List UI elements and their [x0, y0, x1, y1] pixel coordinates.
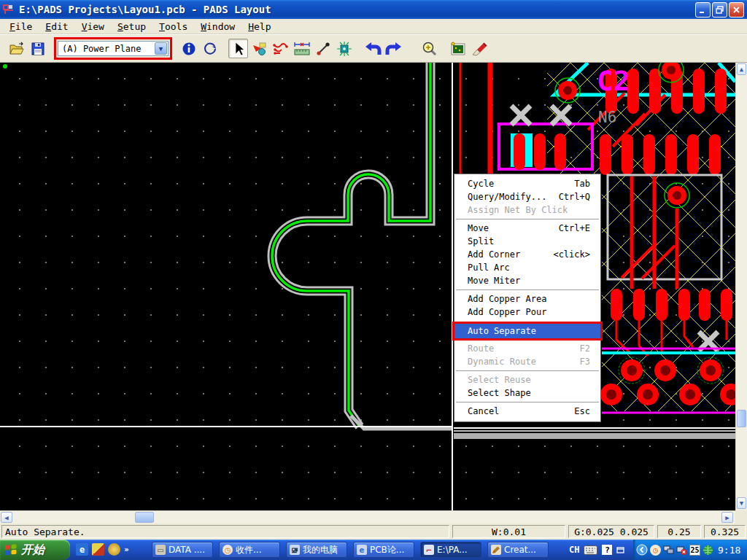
- menu-item-add-corner[interactable]: Add Corner <click>: [454, 248, 600, 261]
- jumper-icon: [316, 42, 330, 56]
- menu-view[interactable]: View: [75, 20, 111, 34]
- tray-clock-icon[interactable]: ◷: [650, 545, 661, 556]
- vertical-scrollbar[interactable]: ▲ ▼: [735, 63, 747, 510]
- menu-item-add-copper-pour[interactable]: Add Copper Pour: [454, 306, 600, 319]
- open-button[interactable]: [7, 39, 26, 58]
- layer-selector[interactable]: (A) Power Plane ▼: [58, 41, 169, 56]
- media-app-icon[interactable]: [92, 543, 104, 556]
- restore-button[interactable]: [712, 2, 727, 18]
- routing-icon: [273, 42, 289, 56]
- language-indicator[interactable]: CH: [569, 545, 579, 555]
- dimensioning-toolbar-button[interactable]: [292, 39, 311, 58]
- menu-help[interactable]: Help: [241, 20, 277, 34]
- info-button[interactable]: [179, 39, 198, 58]
- menu-item-pull-arc[interactable]: Pull Arc: [454, 261, 600, 274]
- start-button[interactable]: 开始: [0, 540, 70, 560]
- undo-button[interactable]: [363, 39, 382, 58]
- menu-setup[interactable]: Setup: [111, 20, 152, 34]
- magnifier-icon: [422, 41, 438, 57]
- board-image-icon: [450, 42, 466, 56]
- save-button[interactable]: [28, 39, 47, 58]
- menu-item-add-copper-area[interactable]: Add Copper Area: [454, 292, 600, 306]
- menu-item-select-reuse: Select Reuse: [454, 373, 600, 386]
- tray-network-icon[interactable]: [663, 545, 674, 556]
- internet-explorer-icon[interactable]: e: [76, 543, 88, 556]
- task-inbox[interactable]: ◷ 收件...: [219, 542, 280, 558]
- task-pcb-forum[interactable]: e PCB论...: [353, 542, 414, 558]
- menu-item-query-modify[interactable]: Query/Modify... Ctrl+Q: [454, 190, 600, 203]
- vertical-scroll-thumb[interactable]: [737, 410, 746, 427]
- close-button[interactable]: [729, 2, 744, 18]
- tray-calendar-badge[interactable]: 25: [689, 545, 700, 556]
- chevron-down-icon[interactable]: ▼: [155, 42, 167, 55]
- status-value2-field: 0.325: [704, 525, 746, 538]
- start-label: 开始: [21, 542, 44, 558]
- menu-item-cycle[interactable]: Cycle Tab: [454, 177, 600, 190]
- zoom-button[interactable]: [419, 39, 439, 58]
- menu-item-move[interactable]: Move Ctrl+E: [454, 222, 600, 235]
- brush-icon: 🖉: [491, 545, 501, 555]
- eco-toolbar-button[interactable]: [334, 39, 354, 58]
- internet-explorer-icon: e: [357, 545, 367, 555]
- task-my-computer[interactable]: 🖳 我的电脑: [286, 542, 347, 558]
- menu-edit[interactable]: Edit: [39, 20, 74, 34]
- selection-pointer-button[interactable]: [228, 39, 248, 58]
- layer-selector-value: (A) Power Plane: [58, 44, 154, 54]
- task-creat[interactable]: 🖉 Creat...: [487, 542, 549, 558]
- statusbar: Auto Separate. W:0.01 G:0.025 0.025 0.25…: [0, 524, 747, 540]
- scroll-up-button[interactable]: ▲: [737, 63, 746, 75]
- minimize-button[interactable]: [695, 2, 711, 18]
- menubar: File Edit View Setup Tools Window Help: [0, 19, 747, 34]
- tray-no-connection-icon[interactable]: [676, 545, 687, 556]
- pcb-drawing: C2 N6: [0, 63, 735, 510]
- layer-selector-annotation-box: (A) Power Plane ▼: [54, 37, 172, 60]
- pcb-canvas[interactable]: C2 N6: [0, 63, 735, 510]
- toolbar: (A) Power Plane ▼: [0, 34, 747, 63]
- keyboard-icon[interactable]: [584, 545, 597, 555]
- scroll-right-button[interactable]: ▶: [721, 512, 733, 523]
- menu-item-auto-separate[interactable]: Auto Separate: [454, 324, 600, 338]
- redraw-button[interactable]: [469, 39, 489, 58]
- chip-icon: [336, 41, 352, 57]
- language-bar-restore-icon[interactable]: [616, 545, 625, 554]
- origin-dot: [3, 64, 7, 69]
- hide-icons-chevron-icon[interactable]: [636, 544, 648, 556]
- menu-item-move-miter[interactable]: Move Miter: [454, 274, 600, 287]
- board-overview-button[interactable]: [448, 39, 468, 58]
- info-icon: [182, 42, 196, 56]
- drafting-toolbar-button[interactable]: [249, 39, 269, 58]
- rotate-icon: [202, 41, 218, 57]
- task-pads-layout[interactable]: ⌐ E:\PA...: [420, 542, 481, 558]
- rotate-mode-button[interactable]: [200, 39, 220, 58]
- undo-arrow-icon: [364, 42, 382, 56]
- menu-item-split[interactable]: Split: [454, 235, 600, 248]
- horizontal-scroll-thumb[interactable]: [135, 512, 154, 523]
- restore-icon: [716, 6, 724, 14]
- dimension-icon: [293, 42, 311, 56]
- redo-button[interactable]: [384, 39, 403, 58]
- tray-clock-time[interactable]: 9:18: [718, 545, 740, 556]
- scroll-left-button[interactable]: ◀: [1, 512, 12, 523]
- save-floppy-icon: [31, 42, 45, 56]
- pads-icon: ⌐: [424, 545, 434, 555]
- status-width-field: W:0.01: [452, 525, 565, 538]
- menu-item-select-shape[interactable]: Select Shape: [454, 386, 600, 400]
- design-toolbar-button[interactable]: [271, 39, 290, 58]
- open-folder-icon: [9, 42, 25, 56]
- close-icon: [732, 6, 740, 14]
- messenger-app-icon[interactable]: [108, 543, 120, 556]
- quick-launch-overflow-chevron[interactable]: »: [124, 543, 129, 556]
- jumper-button[interactable]: [313, 39, 333, 58]
- scroll-down-button[interactable]: ▼: [737, 497, 746, 509]
- scrollbar-corner: [735, 510, 747, 524]
- refdes-n6-label: N6: [598, 109, 616, 126]
- tray-globe-icon[interactable]: [703, 545, 713, 556]
- menu-file[interactable]: File: [3, 20, 39, 34]
- menu-window[interactable]: Window: [194, 20, 241, 34]
- task-data[interactable]: ▭ DATA ....: [152, 542, 213, 558]
- help-icon[interactable]: ?: [602, 545, 612, 555]
- menu-item-cancel[interactable]: Cancel Esc: [454, 405, 600, 418]
- copper-plane-outline[interactable]: [272, 63, 453, 429]
- menu-tools[interactable]: Tools: [152, 20, 194, 34]
- horizontal-scrollbar[interactable]: ◀ ▶: [0, 510, 735, 524]
